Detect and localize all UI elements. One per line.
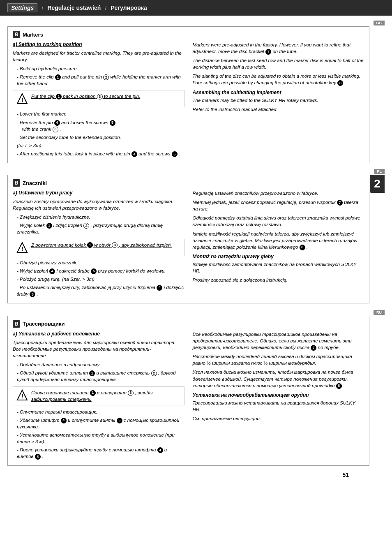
russian-subheading: Установка на почвообрабатывающем орудии xyxy=(193,392,364,398)
russian-section-header: B Трассировщики xyxy=(13,320,364,328)
polish-right-para2: Niemniej jednak, jeżeli chcesz poprawić … xyxy=(193,199,364,212)
russian-para1: Трассировщики предназначены для маркиров… xyxy=(13,339,184,359)
english-section-title: Markers xyxy=(23,32,43,38)
polish-right-col: Regulację ustawień znaczników przeprowad… xyxy=(193,190,364,299)
russian-right-para3: Угол наклона диска можно изменить, чтобы… xyxy=(193,369,364,388)
russian-bullet1: - Подайте давление в гидросистему. xyxy=(17,361,184,368)
separator1: / xyxy=(42,5,43,12)
pl-cn-w1: 1 xyxy=(87,242,93,248)
cn-56: 5 xyxy=(172,151,178,157)
main-content: GB B Markers a) Setting to working posit… xyxy=(0,16,392,482)
english-warning-text: Put the clip 1 back in position 3 to sec… xyxy=(31,93,140,99)
breadcrumb1: Regulacje ustawień xyxy=(47,5,101,11)
russian-bullet4: - Удалите штифт 4 и отпустите винты 5 с … xyxy=(17,417,184,430)
pl-cn-4: 4 xyxy=(49,268,55,274)
polish-para1: Znaczniki zostały opracowane do wykonywa… xyxy=(13,198,184,211)
settings-label: Settings xyxy=(7,3,37,12)
english-section: B Markers a) Setting to working position… xyxy=(7,26,369,163)
polish-right-para5: Istnieje możliwość zamontowania znacznik… xyxy=(193,261,364,274)
ru-cn-46: 4 xyxy=(157,447,163,453)
russian-subsection-title: а) Установка в рабочее положение xyxy=(13,331,184,337)
pl-cn-r8: 8 xyxy=(300,245,305,250)
english-left-col: a) Setting to working position Markers a… xyxy=(13,42,184,159)
section-b-icon-ru: B xyxy=(13,320,20,328)
cn-4: 4 xyxy=(54,120,60,126)
russian-right-para2: Расстояние между последней линией высева… xyxy=(193,353,364,366)
cn-6: 6 xyxy=(53,127,58,132)
ru-cn-1: 1 xyxy=(89,370,95,376)
polish-right-para4: Istnieje możliwość regulacji nachylenia … xyxy=(193,231,364,250)
english-para1: Markers are designed for tractor centrel… xyxy=(13,50,184,63)
breadcrumb2: Регулировка xyxy=(111,5,147,11)
pl-cn-56: 5 xyxy=(30,291,35,297)
polish-bullet2: - Wyjąć kołek 1 i zdjąć trzpień 2 , przy… xyxy=(17,222,184,235)
pl-cn-w2: 3 xyxy=(112,242,118,248)
cn-46: 4 xyxy=(131,151,137,157)
polish-warning: ! Z powrotem wsunąć kołek 1 w otwór 3 , … xyxy=(13,239,184,256)
russian-right-para1: Все необходимые регулировки трассировщик… xyxy=(193,331,364,351)
english-two-col: a) Setting to working position Markers a… xyxy=(13,42,364,159)
svg-text:!: ! xyxy=(21,245,23,252)
pl-cn-5: 5 xyxy=(91,268,97,274)
english-right-para1: Markers were pre-adjusted in the factory… xyxy=(193,42,364,55)
russian-section-title: Трассировщики xyxy=(23,321,65,327)
english-bullet4: - Remove the pin 4 and loosen the screws… xyxy=(17,119,184,132)
russian-right-para5: См. прилагаемые инструкции. xyxy=(193,415,364,422)
ru-badge: RU xyxy=(374,310,385,315)
ru-cn-4: 4 xyxy=(61,418,67,423)
english-subheading: Assembling the cultivating implement xyxy=(193,90,364,95)
pl-cn-1: 1 xyxy=(46,223,52,229)
footer-page-number: 51 xyxy=(7,472,369,478)
russian-warning: ! Снова вставьте шплинт 1 в отверстие 3 … xyxy=(13,386,184,405)
polish-right-para6: Prosimy zapoznać się z dołączoną instruk… xyxy=(193,277,364,283)
cn-w1: 1 xyxy=(56,94,62,99)
section-b-icon-pl: B xyxy=(13,179,20,187)
pl-badge: PL xyxy=(374,169,385,174)
ru-cn-r8: 8 xyxy=(336,383,342,389)
cn-r8: 8 xyxy=(337,80,343,86)
separator2: / xyxy=(105,5,106,12)
english-bullet6: - After positioning this tube, lock it i… xyxy=(17,150,184,157)
english-bullet3: - Lower the first marker. xyxy=(17,111,184,117)
polish-two-col: a) Ustawienie trybu pracy Znaczniki zost… xyxy=(13,190,364,299)
ru-cn-w2: 3 xyxy=(128,390,134,396)
polish-bullet5: - Położyć drugą rurę. (na Szer. > 3m) xyxy=(17,276,184,282)
polish-subheading: Montaż na narzędziu uprawy gleby xyxy=(193,254,364,259)
polish-warning-text: Z powrotem wsunąć kołek 1 w otwór 3 , ab… xyxy=(31,242,172,248)
english-section-header: B Markers xyxy=(13,31,364,38)
russian-right-col: Все необходимые регулировки трассировщик… xyxy=(193,331,364,461)
page-header: Settings / Regulacje ustawień / Регулиро… xyxy=(0,0,392,16)
polish-bullet1: - Zwiększyć ciśnienie hydrauliczne. xyxy=(17,214,184,220)
page-number-tab: 2 xyxy=(370,175,385,193)
ru-cn-56: 5 xyxy=(35,454,41,460)
english-bullet1: - Build up hydraulic pressure. xyxy=(17,65,184,72)
polish-section-title: Znaczniki xyxy=(23,180,47,186)
cn-r7: 7 xyxy=(265,49,271,55)
polish-section: B Znaczniki a) Ustawienie trybu pracy Zn… xyxy=(7,175,369,303)
svg-text:!: ! xyxy=(21,393,23,400)
english-warning: ! Put the clip 1 back in position 3 to s… xyxy=(13,90,184,107)
russian-warning-text: Снова вставьте шплинт 1 в отверстие 3 , … xyxy=(31,389,181,402)
cn-5: 5 xyxy=(110,120,115,126)
russian-bullet6: - После установки зафиксируйте трубу с п… xyxy=(17,446,184,460)
russian-right-para4: Трассировщики можно устанавливать на вра… xyxy=(193,400,364,413)
english-bullet5b: (for L > 3m) xyxy=(17,142,184,149)
gb-badge: GB xyxy=(374,21,385,25)
english-bullet2: - Remove the clip 1 and pull out the pin… xyxy=(17,74,184,87)
pl-cn-46: 4 xyxy=(157,285,162,291)
russian-bullet2: - Одной рукой удалите шплинт 1 и вытащит… xyxy=(17,370,184,383)
english-bullet5: - Set the secondary tube to the extended… xyxy=(17,134,184,141)
polish-bullet4: - Wyjąć trzpień 4 i odkręcić śrubę 5 prz… xyxy=(17,268,184,274)
ru-cn-w1: 1 xyxy=(90,390,96,396)
polish-section-header: B Znaczniki xyxy=(13,179,364,187)
section-b-icon: B xyxy=(13,31,20,38)
cn-w2: 3 xyxy=(97,94,103,99)
cn-2: 2 xyxy=(103,74,109,80)
english-right-col: Markers were pre-adjusted in the factory… xyxy=(193,42,364,159)
polish-subsection-title: a) Ustawienie trybu pracy xyxy=(13,190,184,196)
polish-bullet3: - Obniżyć pierwszy znacznik. xyxy=(17,259,184,266)
warning-triangle-icon-ru: ! xyxy=(16,389,28,401)
warning-triangle-icon: ! xyxy=(16,93,28,104)
russian-section: B Трассировщики а) Установка в рабочее п… xyxy=(7,316,369,466)
russian-bullet3: - Опустите первый трассировщик. xyxy=(17,409,184,415)
